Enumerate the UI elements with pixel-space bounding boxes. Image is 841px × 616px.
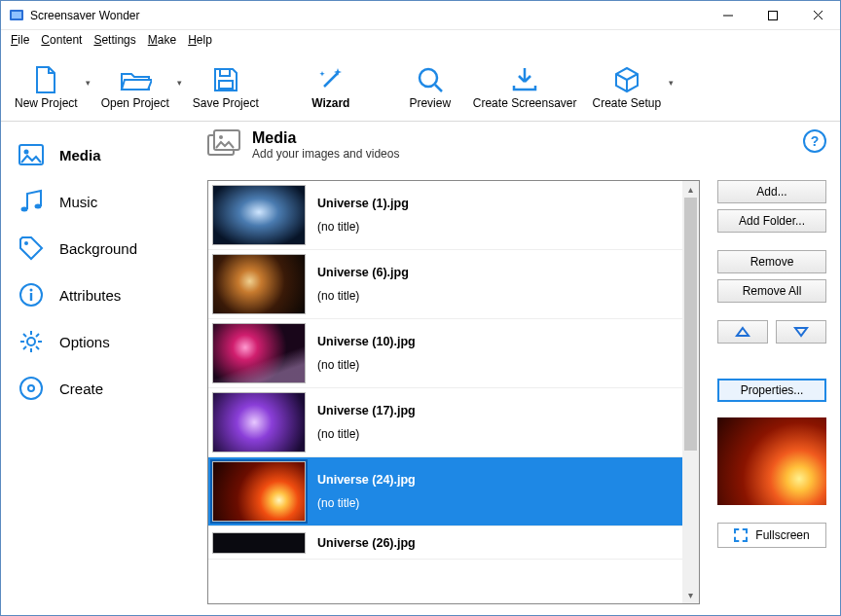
wizard-button[interactable]: Wizard [296,59,366,116]
download-icon [510,63,539,96]
content-header: Media Add your images and videos ? [207,129,826,168]
svg-point-29 [28,385,34,391]
svg-rect-18 [30,293,32,301]
maximize-button[interactable] [750,1,795,30]
media-row[interactable]: Universe (26).jpg [208,526,682,560]
media-header-icon [207,129,240,159]
minimize-button[interactable] [706,1,750,30]
media-thumb [212,185,306,245]
svg-line-27 [23,346,26,349]
save-project-button[interactable]: Save Project [185,59,267,116]
scrollbar[interactable]: ▴ ▾ [682,181,699,603]
svg-point-9 [420,69,437,87]
menu-settings[interactable]: Settings [88,31,141,49]
menu-make[interactable]: Make [142,31,182,49]
fullscreen-icon [734,528,748,542]
svg-point-14 [35,204,42,209]
new-project-dropdown[interactable]: ▾ [86,78,93,97]
media-thumb [212,532,306,554]
svg-point-19 [27,338,35,345]
menu-file[interactable]: File [5,31,35,49]
svg-line-10 [435,85,442,91]
content-subtitle: Add your images and videos [252,147,399,161]
media-list: Universe (1).jpg (no title) Universe (6)… [207,180,700,604]
sidebar-item-options[interactable]: Options [13,318,203,365]
svg-point-28 [20,378,42,399]
remove-button[interactable]: Remove [717,250,826,273]
properties-button[interactable]: Properties... [717,379,826,402]
create-setup-dropdown[interactable]: ▾ [669,78,676,97]
svg-rect-7 [219,81,233,89]
picture-icon [17,143,46,166]
svg-rect-3 [769,11,778,19]
media-row[interactable]: Universe (6).jpg (no title) [208,250,682,319]
remove-all-button[interactable]: Remove All [717,279,826,303]
preview-button[interactable]: Preview [395,59,465,116]
sidebar-item-attributes[interactable]: Attributes [13,272,203,318]
music-icon [17,188,46,215]
sidebar-item-background[interactable]: Background [13,225,203,272]
toolbar: New Project ▾ Open Project ▾ Save Projec… [1,50,840,122]
svg-point-12 [24,150,29,155]
create-setup-button[interactable]: Create Setup [585,59,670,116]
save-icon [212,63,239,96]
menu-content[interactable]: Content [35,31,88,49]
main-area: Media Music Background Attributes Option… [1,122,840,614]
svg-point-13 [21,207,28,212]
fullscreen-button[interactable]: Fullscreen [717,523,826,548]
content-area: Media Add your images and videos ? Unive… [203,122,840,614]
add-folder-button[interactable]: Add Folder... [717,209,826,233]
svg-line-26 [36,334,39,337]
move-up-button[interactable] [717,320,768,344]
menu-bar: File Content Settings Make Help [1,30,840,50]
help-button[interactable]: ? [803,129,826,153]
svg-point-17 [30,289,33,292]
scroll-thumb[interactable] [684,198,697,451]
sidebar-item-label: Attributes [59,287,121,304]
svg-rect-6 [220,69,230,76]
add-button[interactable]: Add... [717,180,826,203]
media-thumb [212,254,306,314]
svg-point-15 [24,241,28,245]
gear-icon [17,329,46,354]
media-thumb [212,461,306,522]
folder-open-icon [119,63,152,96]
svg-line-8 [324,73,338,87]
media-row[interactable]: Universe (17).jpg (no title) [208,388,682,457]
svg-rect-1 [12,12,21,18]
media-thumb [212,323,306,383]
tag-icon [17,235,46,262]
open-project-button[interactable]: Open Project [93,59,177,116]
window-title: Screensaver Wonder [30,9,706,22]
sidebar-item-label: Options [59,334,110,350]
close-button[interactable] [795,1,840,30]
sidebar-item-label: Create [59,380,103,397]
right-panel: Add... Add Folder... Remove Remove All P… [717,180,826,604]
open-project-dropdown[interactable]: ▾ [177,78,185,97]
move-down-button[interactable] [776,320,826,344]
box-icon [612,63,641,96]
sidebar-item-media[interactable]: Media [13,131,203,178]
menu-help[interactable]: Help [182,31,218,49]
sidebar-item-music[interactable]: Music [13,178,203,225]
file-icon [32,63,59,96]
media-row[interactable]: Universe (10).jpg (no title) [208,319,682,388]
magnify-icon [416,63,445,96]
wand-icon [316,63,346,96]
scroll-up-button[interactable]: ▴ [682,181,699,198]
sidebar-item-label: Media [59,147,101,163]
svg-line-25 [36,346,39,349]
media-row[interactable]: Universe (24).jpg (no title) [208,457,682,526]
new-project-button[interactable]: New Project [7,59,86,116]
info-icon [17,282,46,308]
media-row[interactable]: Universe (1).jpg (no title) [208,181,682,250]
scroll-down-button[interactable]: ▾ [682,587,699,603]
sidebar-item-label: Music [59,194,97,210]
svg-point-32 [219,135,223,139]
create-screensaver-button[interactable]: Create Screensaver [465,59,585,116]
sidebar-item-create[interactable]: Create [13,365,203,412]
content-title: Media [252,129,399,147]
disc-icon [17,376,46,401]
title-bar: Screensaver Wonder [1,1,840,30]
preview-thumbnail [717,417,826,505]
